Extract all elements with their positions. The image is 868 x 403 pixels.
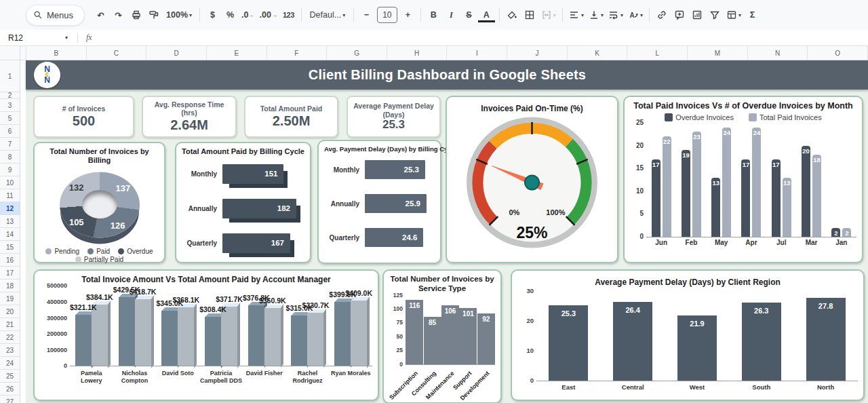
column-header[interactable]: O <box>808 46 868 60</box>
spreadsheet-canvas[interactable]: N ¢ N Client Billing Dashboard in Google… <box>20 60 868 403</box>
row-header[interactable]: 14 <box>0 228 20 241</box>
donut-value-label: 126 <box>111 220 125 231</box>
row-header[interactable]: 12 <box>0 202 20 215</box>
row-header[interactable]: 25 <box>0 370 20 383</box>
redo-button[interactable]: ↷ <box>110 6 127 24</box>
insert-link-button[interactable] <box>654 6 671 24</box>
print-button[interactable] <box>127 6 144 24</box>
row-header[interactable]: 15 <box>0 241 20 254</box>
column-header[interactable]: E <box>207 46 267 60</box>
merge-cells-button[interactable]: ▾ <box>539 6 558 24</box>
align-left-icon <box>569 9 580 20</box>
formula-input[interactable]: fx <box>82 33 868 43</box>
donut-value-label: 132 <box>69 182 84 192</box>
menus-button[interactable]: Menus <box>26 5 85 26</box>
bar: 18 <box>812 155 821 237</box>
column-header[interactable]: I <box>447 46 507 60</box>
functions-button[interactable]: Σ <box>744 6 761 24</box>
horizontal-align-button[interactable]: ▾ <box>567 6 586 24</box>
row-header[interactable]: 6 <box>0 125 20 138</box>
chart-card-paid-by-billing-cycle[interactable]: Total Amount Paid by Billing Cycle Month… <box>175 142 311 263</box>
row-header[interactable]: 21 <box>0 318 20 331</box>
row-header[interactable]: 1 <box>0 60 20 92</box>
paint-format-button[interactable] <box>145 6 162 24</box>
chart-card-paid-on-time-gauge[interactable]: Invoices Paid On-Time (%) 0%100%25% <box>446 96 618 263</box>
chart-card-delay-by-billing-cycle[interactable]: Avg. Payment Delay (Days) by Billing Cyc… <box>317 140 441 264</box>
chart-card-delay-by-region[interactable]: Average Payment Delay (Days) by Client R… <box>511 269 865 401</box>
chart-card-invoices-by-service-type[interactable]: Total Number of Invoices by Service Type… <box>382 269 502 403</box>
legend-item: Paid <box>87 248 110 255</box>
kpi-card-avg-payment-delay[interactable]: Average Payment Delay (Days) 25.3 <box>347 96 441 138</box>
format-percent-button[interactable]: % <box>222 6 239 24</box>
strikethrough-button[interactable]: S <box>460 6 477 24</box>
borders-button[interactable] <box>521 6 538 24</box>
row-header[interactable]: 26 <box>0 383 20 396</box>
column-header[interactable]: M <box>688 46 748 60</box>
column-header[interactable]: N <box>748 46 808 60</box>
format-currency-button[interactable]: $ <box>204 6 221 24</box>
kpi-card-avg-response-time[interactable]: Avg. Response Time (hrs) 2.64M <box>142 96 237 138</box>
row-header[interactable]: 11 <box>0 189 20 202</box>
table-tools-button[interactable]: ▾ <box>724 6 743 24</box>
row-header[interactable]: 20 <box>0 305 20 318</box>
row-header[interactable]: 18 <box>0 280 20 292</box>
row-header[interactable]: 24 <box>0 357 20 370</box>
row-header[interactable]: 23 <box>0 344 20 357</box>
create-filter-button[interactable] <box>707 6 724 24</box>
row-header[interactable]: 10 <box>0 176 20 189</box>
text-wrap-button[interactable]: ▾ <box>606 6 625 24</box>
font-select[interactable]: Defaul...▾ <box>306 6 349 24</box>
column-header[interactable] <box>20 46 26 60</box>
donut-plot: 137126105132 <box>59 170 140 241</box>
row-header[interactable]: 22 <box>0 331 20 344</box>
column-header[interactable]: K <box>568 46 628 60</box>
row-header[interactable]: 19 <box>0 292 20 305</box>
category-label: Annually <box>182 205 222 212</box>
row-header[interactable]: 3 <box>0 99 20 112</box>
decrease-font-size-button[interactable]: − <box>358 6 375 24</box>
column-header[interactable]: D <box>146 46 207 60</box>
row-header[interactable]: 9 <box>0 164 20 176</box>
more-formats-button[interactable]: 123 <box>280 6 297 24</box>
row-header[interactable]: 8 <box>0 151 20 164</box>
fill-color-button[interactable] <box>504 6 521 24</box>
column-header[interactable]: B <box>26 46 87 60</box>
bar: 17 <box>741 159 750 237</box>
column-header[interactable]: L <box>627 46 688 60</box>
chart-card-invoices-by-billing[interactable]: Total Number of Invoices by Billing 1371… <box>33 142 165 263</box>
row-header[interactable]: 27 <box>0 396 20 403</box>
font-size-input[interactable]: 10 <box>377 7 397 23</box>
column-header[interactable]: J <box>507 46 568 60</box>
row-header[interactable]: 16 <box>0 254 20 267</box>
zoom-select[interactable]: 100%▾ <box>163 6 195 24</box>
insert-chart-button[interactable] <box>689 6 706 24</box>
column-header[interactable]: H <box>387 46 448 60</box>
y-tick-label: 50 <box>397 333 403 340</box>
increase-decimals-button[interactable]: .00→ <box>257 6 279 24</box>
row-header[interactable]: 13 <box>0 215 20 228</box>
row-header[interactable]: 2 <box>0 92 20 99</box>
bold-button[interactable]: B <box>425 6 442 24</box>
chevron-down-icon: ▾ <box>553 12 556 18</box>
italic-button[interactable]: I <box>443 6 460 24</box>
column-header[interactable]: F <box>267 46 328 60</box>
text-color-button[interactable]: A <box>478 10 495 22</box>
kpi-card-total-amount-paid[interactable]: Total Amount Paid 2.50M <box>244 96 338 138</box>
name-box[interactable]: R12 ▾ <box>0 33 73 43</box>
chart-card-invoices-by-month[interactable]: Total Paid Invoices Vs # of Overdue Invo… <box>623 96 863 263</box>
decrease-decimals-button[interactable]: .0← <box>239 6 256 24</box>
column-header[interactable]: G <box>327 46 387 60</box>
kpi-card-num-invoices[interactable]: # of Invoices 500 <box>33 96 134 138</box>
undo-button[interactable]: ↶ <box>92 6 109 24</box>
x-axis-labels: SubscriptionConsultingMaintenanceSupport… <box>406 366 495 399</box>
row-header[interactable]: 5 <box>0 112 20 125</box>
vertical-align-button[interactable]: ▾ <box>587 6 606 24</box>
increase-font-size-button[interactable]: + <box>399 6 416 24</box>
chart-card-amount-by-account-manager[interactable]: Total Invoice Amount Vs Total Amount Pai… <box>33 269 379 401</box>
select-all-corner[interactable] <box>0 46 20 60</box>
insert-comment-button[interactable] <box>671 6 688 24</box>
row-header[interactable]: 17 <box>0 267 20 280</box>
column-header[interactable]: C <box>87 46 147 60</box>
text-rotation-button[interactable]: A▾ <box>626 6 645 24</box>
row-header[interactable]: 7 <box>0 138 20 151</box>
